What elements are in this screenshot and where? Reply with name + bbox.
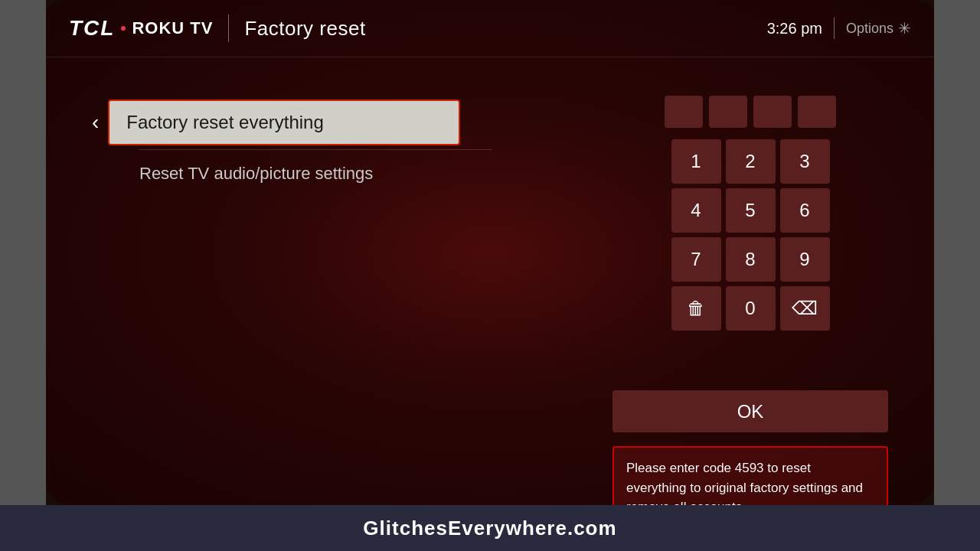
header-right-divider [834,18,835,39]
main-content: ‹ Factory reset everything Reset TV audi… [46,57,934,551]
pin-box-4 [798,96,836,128]
num-2-button[interactable]: 2 [726,139,776,184]
brand-logo: TCL ROKU TV [69,16,213,41]
page-title: Factory reset [244,17,365,41]
tv-screen: TCL ROKU TV Factory reset 3:26 pm Option… [46,0,934,505]
left-bezel [0,0,46,505]
footer-text: GlitchesEverywhere.com [363,517,616,540]
pin-box-1 [665,96,703,128]
pin-display [665,96,836,128]
back-button[interactable]: ‹ [92,112,99,133]
num-5-button[interactable]: 5 [726,188,776,233]
num-1-button[interactable]: 1 [671,139,721,184]
reset-audio-picture-item[interactable]: Reset TV audio/picture settings [92,150,582,197]
options-icon: ✳ [898,19,911,37]
brand-dot [121,26,126,31]
pin-box-2 [709,96,747,128]
tcl-logo: TCL [69,16,115,41]
header-right: 3:26 pm Options ✳ [767,18,911,39]
num-0-button[interactable]: 0 [726,286,776,331]
left-panel: ‹ Factory reset everything Reset TV audi… [92,96,582,530]
num-8-button[interactable]: 8 [726,237,776,282]
num-9-button[interactable]: 9 [780,237,830,282]
num-6-button[interactable]: 6 [780,188,830,233]
back-row: ‹ Factory reset everything [92,99,582,145]
numpad-panel: 1 2 3 4 5 6 7 8 9 🗑 0 ⌫ OK Please enter … [612,96,888,530]
clear-button[interactable]: 🗑 [671,286,721,331]
numpad: 1 2 3 4 5 6 7 8 9 🗑 0 ⌫ [671,139,830,380]
right-bezel [934,0,980,505]
roku-tv-logo: ROKU TV [132,18,213,38]
footer-bar: GlitchesEverywhere.com [0,505,980,551]
num-3-button[interactable]: 3 [780,139,830,184]
ok-button[interactable]: OK [612,390,888,432]
backspace-button[interactable]: ⌫ [780,286,830,331]
options-label: Options [846,21,893,37]
pin-box-3 [753,96,792,128]
header-divider [228,15,229,42]
num-4-button[interactable]: 4 [671,188,721,233]
clock: 3:26 pm [767,20,822,37]
factory-reset-everything-item[interactable]: Factory reset everything [108,99,460,145]
num-7-button[interactable]: 7 [671,237,721,282]
options-button[interactable]: Options ✳ [846,19,911,37]
header-bar: TCL ROKU TV Factory reset 3:26 pm Option… [46,0,934,57]
